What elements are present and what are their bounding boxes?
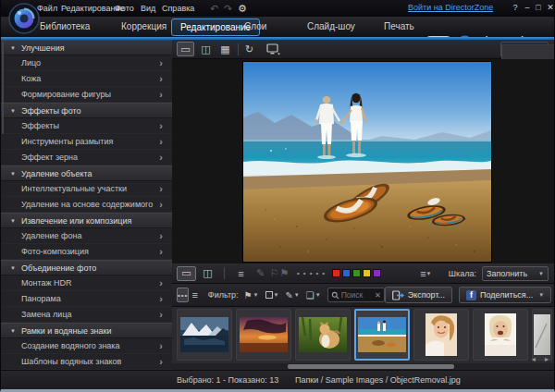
list-view-icon[interactable]: ≡	[191, 288, 198, 302]
sidebar-item-skin[interactable]: Кожа ›	[1, 71, 172, 87]
menu-view[interactable]: Вид	[138, 0, 158, 17]
collapse-triangle-icon: ▼	[10, 218, 16, 224]
brush-size-dots[interactable]: • • • • •	[297, 269, 325, 277]
yellow-swatch[interactable]	[363, 269, 371, 277]
history-lines-icon[interactable]: ≡	[231, 266, 251, 281]
blue-swatch[interactable]	[342, 269, 351, 277]
view-options-icon[interactable]: ≡▼	[416, 266, 436, 281]
settings-gear-icon[interactable]: ⚙	[238, 1, 247, 16]
compare-view-icon[interactable]: ◫	[197, 42, 215, 56]
sidebar-item-content-aware-removal[interactable]: Удаление на основе содержимого ›	[1, 197, 172, 213]
stack-filter-icon[interactable]: ❏▼	[306, 290, 321, 300]
item-label: Создание водяного знака	[21, 341, 120, 350]
chevron-right-icon: ›	[159, 247, 163, 256]
chevron-right-icon: ›	[159, 137, 163, 146]
tab-print[interactable]: Печать	[384, 17, 414, 37]
tab-library[interactable]: Библиотека	[40, 17, 90, 37]
export-label: Экспорт...	[408, 290, 445, 300]
search-icon	[331, 291, 339, 300]
caret-icon: ▼	[253, 292, 259, 298]
thumbnail-cat-grass[interactable]	[295, 309, 351, 361]
window-help-button[interactable]: ?	[510, 1, 521, 15]
size-dot[interactable]: •	[297, 269, 300, 277]
scale-dropdown[interactable]: Заполнить ▼	[482, 266, 549, 281]
redo-icon[interactable]: ↷	[224, 1, 232, 16]
thumbnail-laughing-woman[interactable]	[473, 309, 528, 361]
search-input[interactable]	[341, 290, 373, 300]
zoom-pan-group	[500, 42, 549, 57]
chevron-right-icon: ›	[159, 90, 163, 99]
sidebar-item-face-swap[interactable]: Замена лица ›	[1, 307, 172, 323]
thumbnail-mountain-lake[interactable]	[177, 309, 232, 361]
single-view-icon[interactable]: ▭	[177, 42, 194, 56]
section-photo-merge[interactable]: ▼ Объединение фото	[1, 260, 172, 276]
size-dot[interactable]: •	[322, 269, 325, 277]
purple-swatch[interactable]	[373, 269, 381, 277]
section-enhancements[interactable]: ▼ Улучшения	[1, 40, 172, 55]
size-dot[interactable]: •	[303, 269, 306, 277]
export-button[interactable]: Экспорт...	[385, 287, 452, 303]
clear-search-icon[interactable]: ✕	[375, 291, 381, 300]
module-tab-bar: Библиотека Коррекция Редактирование Слои…	[1, 17, 555, 37]
undo-icon[interactable]: ↶	[210, 1, 218, 16]
section-photo-effects[interactable]: ▼ Эффекты фото	[1, 103, 172, 118]
directorzone-login-link[interactable]: Войти на DirectorZone	[408, 3, 493, 12]
tab-adjustment[interactable]: Коррекция	[121, 17, 166, 37]
search-box[interactable]: ✕	[327, 288, 385, 302]
sidebar-item-photo-composer[interactable]: Фото-композиция ›	[1, 244, 172, 260]
rating-filter-icon[interactable]: ✎▼	[285, 290, 299, 300]
window-minimize-button[interactable]: –	[522, 1, 533, 15]
sidebar-item-face[interactable]: Лицо ›	[1, 55, 172, 71]
section-frames-watermarks[interactable]: ▼ Рамки и водяные знаки	[1, 323, 172, 338]
size-dot[interactable]: •	[310, 269, 313, 277]
sidebar-item-background-removal[interactable]: Удаление фона ›	[1, 228, 172, 244]
thumbnail-smiling-woman[interactable]	[413, 309, 469, 361]
sidebar-scrollbar[interactable]	[2, 42, 4, 134]
share-button[interactable]: f Поделиться... ▼	[459, 287, 551, 303]
thumbnail-view-icon[interactable]: •••	[177, 288, 189, 302]
section-title: Извлечение или композиция	[21, 216, 131, 226]
filter-label: Фильтр:	[208, 290, 239, 300]
secondary-monitor-icon[interactable]	[262, 42, 284, 56]
size-dot[interactable]: •	[315, 269, 318, 277]
rotate-icon[interactable]: ↻	[240, 42, 258, 56]
tab-layers[interactable]: Слои	[244, 17, 266, 37]
thumbnail-beach-couple-selected[interactable]	[354, 309, 410, 361]
tab-slideshow[interactable]: Слайд-шоу	[307, 17, 355, 37]
thumbnail-partial[interactable]	[532, 309, 552, 361]
section-title: Улучшения	[21, 43, 65, 53]
section-extract-compose[interactable]: ▼ Извлечение или композиция	[1, 213, 172, 228]
toolbar-separator	[224, 267, 225, 279]
sidebar-item-body-shaper[interactable]: Формирование фигуры ›	[1, 87, 172, 103]
section-object-removal[interactable]: ▼ Удаление объекта	[1, 165, 172, 181]
chevron-right-icon: ›	[159, 200, 163, 209]
sidebar-item-watermark-templates[interactable]: Шаблоны водяных знаков ›	[1, 354, 172, 370]
flag-filter-icon[interactable]: ⚑▼	[244, 290, 259, 300]
sidebar-item-hdr-merge[interactable]: Монтаж HDR ›	[1, 276, 172, 291]
grid-view-icon[interactable]: ▦	[216, 42, 234, 56]
red-swatch[interactable]	[332, 269, 340, 277]
photodirector-logo-icon	[7, 2, 41, 35]
single-compare-icon[interactable]: ▭	[177, 266, 196, 281]
thumbnail-sunset-clouds[interactable]	[236, 309, 291, 361]
filmstrip-nav-arrows[interactable]: ◂ ▸	[532, 355, 552, 363]
collapse-triangle-icon: ▼	[10, 328, 16, 334]
chevron-right-icon: ›	[159, 231, 163, 240]
item-label: Кожа	[21, 74, 41, 83]
sidebar-item-smart-patch[interactable]: Интеллектуальные участки ›	[1, 181, 172, 197]
menu-photo[interactable]: Фото	[112, 0, 137, 17]
sidebar-item-effects[interactable]: Эффекты ›	[1, 118, 172, 134]
window-close-button[interactable]: ✕	[545, 1, 555, 15]
green-swatch[interactable]	[352, 269, 361, 277]
photo-viewer-canvas[interactable]	[172, 59, 555, 263]
sidebar-item-watermark-creator[interactable]: Создание водяного знака ›	[1, 338, 172, 354]
window-maximize-button[interactable]: □	[533, 1, 544, 15]
color-label-filter-icon[interactable]: ▼	[265, 291, 279, 299]
filmstrip-scrollbar-track[interactable]	[172, 363, 555, 370]
sidebar-item-grain-effect[interactable]: Эффект зерна ›	[1, 150, 172, 165]
menu-help[interactable]: Справка	[159, 0, 197, 17]
sidebar-item-panorama[interactable]: Панорама ›	[1, 291, 172, 307]
side-by-side-compare-icon[interactable]: ◫	[198, 266, 217, 281]
sidebar-item-blur-tools[interactable]: Инструменты размытия ›	[1, 134, 172, 150]
filmstrip-scrollbar-thumb[interactable]	[288, 364, 454, 369]
